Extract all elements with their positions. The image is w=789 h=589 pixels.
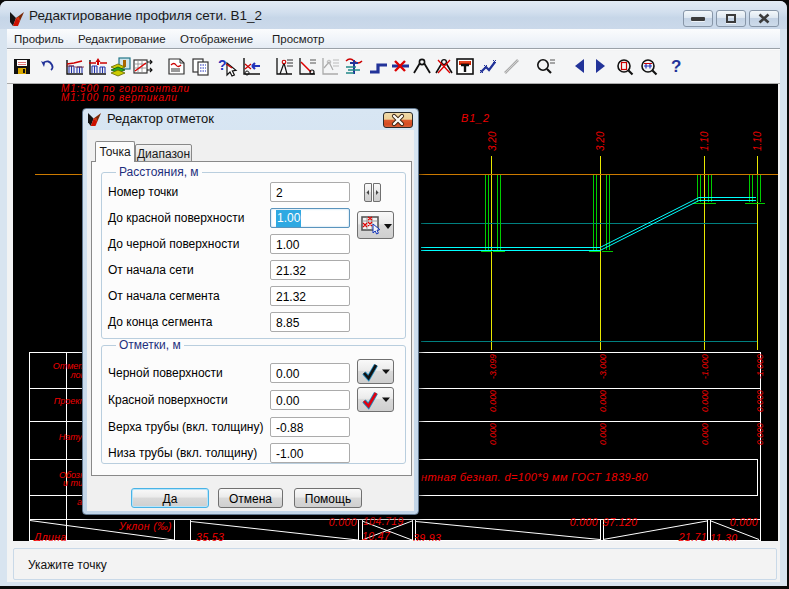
svg-text:0.000: 0.000 xyxy=(700,390,710,412)
svg-text:0.000: 0.000 xyxy=(700,423,710,445)
svg-text:3.20: 3.20 xyxy=(487,131,498,151)
svg-text:0.000: 0.000 xyxy=(570,516,598,528)
svg-text:0.000: 0.000 xyxy=(488,390,498,412)
svg-text:97.120: 97.120 xyxy=(603,516,638,528)
svg-text:?: ? xyxy=(218,57,227,73)
svg-text:39.93: 39.93 xyxy=(413,532,441,541)
svg-text:1.10: 1.10 xyxy=(752,131,763,151)
svg-text:-3.000: -3.000 xyxy=(598,354,608,379)
svg-text:11.30: 11.30 xyxy=(710,532,738,541)
svg-text:10.47: 10.47 xyxy=(362,530,391,541)
svg-text:?: ? xyxy=(671,57,681,76)
svg-text:0.000: 0.000 xyxy=(598,423,608,445)
svg-text:М1:100 по вертикали: М1:100 по вертикали xyxy=(61,92,178,103)
svg-text:104.719: 104.719 xyxy=(363,515,404,527)
svg-text:0.000: 0.000 xyxy=(329,516,357,528)
svg-text:0.000: 0.000 xyxy=(488,423,498,445)
svg-text:Уклон (‰): Уклон (‰) xyxy=(118,520,172,532)
svg-text:В1_2: В1_2 xyxy=(461,112,490,124)
svg-text:0.000: 0.000 xyxy=(598,390,608,412)
svg-text:21.71: 21.71 xyxy=(678,531,707,541)
svg-text:0.000: 0.000 xyxy=(755,423,765,445)
svg-text:0.000: 0.000 xyxy=(730,516,758,528)
svg-text:3.20: 3.20 xyxy=(595,131,606,151)
svg-text:35.53: 35.53 xyxy=(196,531,224,541)
svg-text:нтная безнап. d=100*9 мм ГОСТ: нтная безнап. d=100*9 мм ГОСТ 1839-80 xyxy=(421,471,648,483)
svg-text:-1.000: -1.000 xyxy=(755,354,765,379)
svg-text:0.000: 0.000 xyxy=(755,390,765,412)
svg-text:1.10: 1.10 xyxy=(699,131,710,151)
svg-text:-3.099: -3.099 xyxy=(488,354,498,379)
svg-text:-1.000: -1.000 xyxy=(700,354,710,379)
svg-text:Длина: Длина xyxy=(33,531,67,541)
